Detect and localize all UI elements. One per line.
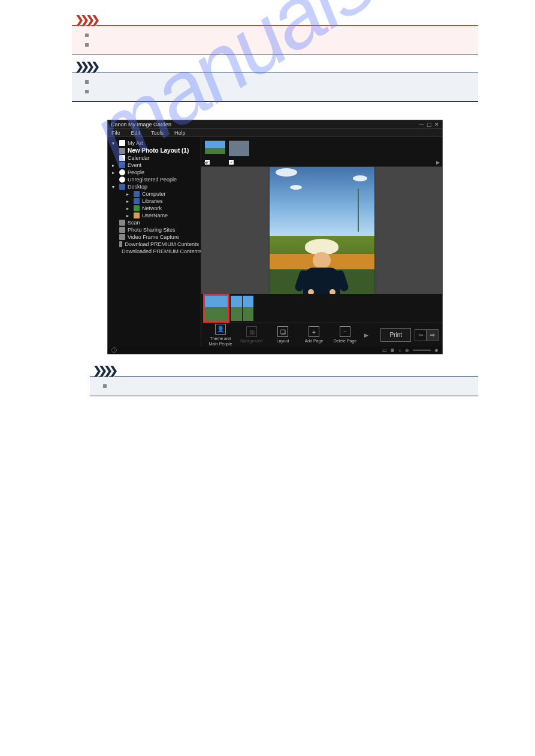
sidebar-item-label: Photo Sharing Sites [128,227,176,233]
sidebar-item-label: People [128,169,144,175]
bottom-toolbar: 👤 Theme and Main People ▦ Background ❏ L… [201,323,442,347]
status-icon: ○ [398,348,401,353]
sidebar-item-desktop[interactable]: ▾Desktop [110,183,199,190]
menubar: File Edit Tools Help [108,129,442,137]
tool-label: Background [240,338,262,344]
titlebar: Canon My Image Garden — ▢ ✕ [108,120,442,129]
zoom-slider[interactable] [413,350,431,351]
theme-button[interactable]: 👤 Theme and Main People [205,324,236,347]
sidebar-item-label: Network [142,205,162,211]
sidebar-item-label: Video Frame Capture [128,234,179,240]
print-button[interactable]: Print [380,328,411,342]
page-thumbnail[interactable] [205,296,228,321]
add-page-icon: ＋ [309,326,319,337]
sidebar-item-label: My Art [128,140,143,146]
note-notice-1: ❯❯❯❯ [72,61,478,102]
zoom-in-icon[interactable]: ⊕ [434,348,439,353]
photo-preview [270,167,374,294]
check-icon: ✓ [229,160,234,165]
sidebar-item-label: Desktop [128,184,147,190]
note-notice-2: ❯❯❯❯ [90,365,478,396]
menu-file[interactable]: File [111,130,120,136]
maximize-icon[interactable]: ▢ [427,122,432,127]
sidebar-item-people[interactable]: ▸People [110,169,199,176]
sidebar: ▾My Art New Photo Layout (1) Calendar ▸E… [108,137,201,347]
sidebar-item-my-art[interactable]: ▾My Art [110,139,199,147]
expand-arrow-icon[interactable]: ▶ [361,332,372,338]
sidebar-item-libraries[interactable]: ▸Libraries [110,198,199,205]
sidebar-item-label: Event [128,162,141,168]
arrows-icon: ❯❯❯❯ [90,365,478,376]
sidebar-item-new-layout[interactable]: New Photo Layout (1) [110,147,199,154]
add-page-button[interactable]: ＋ Add Page [298,326,330,344]
sidebar-item-calendar[interactable]: Calendar [110,154,199,162]
scroll-left-icon[interactable]: ◀ [204,160,207,165]
tool-label: Delete Page [334,338,357,344]
background-button[interactable]: ▦ Background [236,326,267,344]
minimize-icon[interactable]: — [419,122,424,127]
sidebar-item-label: Computer [142,191,166,197]
page-thumbnail[interactable] [231,296,253,321]
delete-page-button[interactable]: − Delete Page [330,326,361,344]
thumbnail[interactable]: ✓ [205,141,225,163]
sidebar-item-label: Download PREMIUM Contents [125,241,199,247]
sidebar-item-scan[interactable]: Scan [110,219,199,226]
sidebar-item-event[interactable]: ▸Event [110,162,199,169]
nav-prev-button[interactable]: ⇦ [415,329,427,341]
main-area: ✓ ✓ ◀ ▶ [201,137,442,347]
sidebar-item-label: Downloaded PREMIUM Contents [122,248,201,254]
close-icon[interactable]: ✕ [434,122,439,127]
sidebar-item-label: New Photo Layout (1) [128,147,189,154]
sidebar-item-username[interactable]: ▸UserName [110,212,199,219]
arrows-icon: ❯❯❯❯ [72,61,478,72]
thumbnail[interactable]: ✓ [229,141,249,163]
sidebar-item-label: Scan [128,220,140,226]
thumbnail-strip: ✓ ✓ ◀ ▶ [201,137,442,167]
status-icon: ▭ [382,348,387,353]
sidebar-item-label: Calendar [128,155,150,161]
page-strip [201,294,442,323]
menu-tools[interactable]: Tools [151,130,164,136]
sidebar-item-dpc[interactable]: Download PREMIUM Contents [110,241,199,248]
layout-icon: ❏ [277,326,288,337]
layout-button[interactable]: ❏ Layout [267,326,298,344]
app-title: Canon My Image Garden [111,122,171,127]
people-icon: 👤 [215,324,226,335]
tool-label: Add Page [305,338,324,344]
sidebar-item-unregistered[interactable]: Unregistered People [110,176,199,183]
tool-label: Layout [276,338,289,344]
sidebar-item-label: Libraries [142,198,163,204]
app-window: Canon My Image Garden — ▢ ✕ File Edit To… [107,120,443,354]
sidebar-item-label: Unregistered People [128,177,177,183]
menu-edit[interactable]: Edit [131,130,141,136]
nav-next-button[interactable]: ⇨ [427,329,439,341]
zoom-out-icon[interactable]: ⊖ [405,348,409,353]
delete-page-icon: − [340,326,350,337]
tool-label: Theme and Main People [209,336,232,347]
arrows-icon: ❯❯❯❯ [72,14,478,25]
statusbar: ⓘ ▭ ⊞ ○ ⊖ ⊕ [108,347,442,354]
important-notice: ❯❯❯❯ [72,14,478,55]
status-icon: ⊞ [391,348,395,353]
info-icon: ⓘ [111,347,117,354]
sidebar-item-dpc2[interactable]: Downloaded PREMIUM Contents [110,248,199,255]
sidebar-item-computer[interactable]: ▸Computer [110,190,199,198]
menu-help[interactable]: Help [174,130,186,136]
sidebar-item-network[interactable]: ▸Network [110,205,199,212]
sidebar-item-label: UserName [142,212,168,218]
background-icon: ▦ [246,326,257,337]
sidebar-item-vfc[interactable]: Video Frame Capture [110,233,199,241]
preview-area[interactable] [201,167,442,294]
sidebar-item-sharing[interactable]: Photo Sharing Sites [110,226,199,233]
scroll-right-icon[interactable]: ▶ [436,160,440,165]
